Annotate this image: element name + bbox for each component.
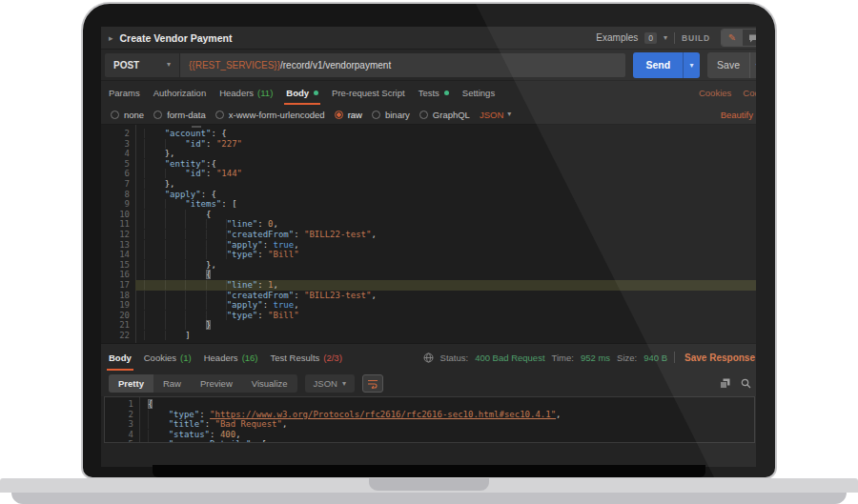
url-variable: {{REST_SERVICES}} (189, 60, 280, 71)
headers-count: (16) (242, 353, 258, 363)
wrap-text-button[interactable] (362, 374, 383, 393)
line-number: 8 (101, 190, 135, 200)
body-type-form-data[interactable]: form-data (153, 110, 206, 120)
code-line[interactable]: 5 "o:errorDetails": [ (105, 439, 754, 443)
code-line[interactable]: 1{ (105, 399, 754, 410)
response-tabs-bar: Body Cookies(1) Headers(16) Test Results… (101, 343, 756, 371)
code-line[interactable]: 8 "apply": { (101, 190, 756, 200)
code-line[interactable]: 10 { (101, 210, 756, 220)
edit-pencil-button[interactable]: ✎ (722, 30, 743, 46)
code-line[interactable]: 7 }, (101, 179, 756, 190)
tab-label: Body (109, 353, 132, 363)
pencil-icon: ✎ (728, 33, 736, 43)
size-value: 940 B (644, 353, 667, 363)
method-select[interactable]: POST ▾ (105, 53, 179, 77)
response-tab-test-results[interactable]: Test Results(2/3) (271, 344, 342, 371)
request-title: Create Vendor Payment (120, 32, 233, 44)
response-tab-headers[interactable]: Headers(16) (204, 344, 258, 371)
code-line[interactable]: 14 "type": "Bill" (101, 250, 756, 260)
tab-tests[interactable]: Tests (419, 81, 449, 105)
url-input[interactable]: {{REST_SERVICES}}/record/v1/vendorpaymen… (180, 53, 625, 77)
size-label: Size: (617, 353, 637, 363)
view-pretty[interactable]: Pretty (109, 374, 153, 393)
comment-button[interactable] (743, 30, 756, 46)
tab-headers[interactable]: Headers(11) (219, 81, 273, 105)
send-button[interactable]: Send ▾ (633, 52, 700, 78)
view-preview[interactable]: Preview (191, 374, 242, 393)
collapse-caret-icon[interactable]: ▸ (109, 33, 113, 43)
save-button[interactable]: Save ▾ (707, 52, 756, 78)
code-line[interactable]: 4 }, (101, 149, 756, 159)
code-line[interactable]: 12 "createdFrom": "BILL22-test", (101, 230, 756, 240)
body-type-none[interactable]: none (111, 110, 144, 120)
laptop-lid: ▸ Create Vendor Payment Examples 0 ▾ BUI… (81, 2, 777, 479)
code-line[interactable]: 3 "title": "Bad Request", (105, 419, 754, 430)
response-tab-body[interactable]: Body (109, 344, 132, 371)
line-number: 22 (101, 331, 135, 341)
code-line[interactable]: 6 "id": "144" (101, 169, 756, 179)
beautify-link[interactable]: Beautify (721, 110, 753, 120)
view-raw[interactable]: Raw (153, 374, 191, 393)
copy-icon[interactable] (720, 378, 730, 389)
network-icon (423, 353, 434, 363)
code-line[interactable]: 19 "apply": true, (101, 300, 756, 311)
search-icon[interactable] (741, 378, 751, 389)
code-line[interactable]: 18 "createdFrom": "BILL23-test", (101, 291, 756, 301)
code-line[interactable]: 4 "status": 400, (105, 430, 754, 440)
wrap-text-icon (367, 378, 378, 389)
body-type-graphql[interactable]: GraphQL (419, 110, 470, 120)
code-line[interactable]: 13 "apply": true, (101, 240, 756, 251)
code-line[interactable]: 5 "entity":{ (101, 159, 756, 170)
response-tab-cookies[interactable]: Cookies(1) (144, 344, 192, 371)
line-number: 4 (105, 430, 139, 440)
chevron-down-icon[interactable]: ▾ (664, 34, 667, 42)
tab-settings[interactable]: Settings (462, 81, 495, 105)
tab-pre-request-script[interactable]: Pre-request Script (332, 81, 405, 105)
code-link[interactable]: Code (743, 88, 756, 98)
code-line[interactable]: 21 } (101, 320, 756, 331)
body-type-urlencoded[interactable]: x-www-form-urlencoded (215, 110, 325, 120)
request-url-bar: POST ▾ {{REST_SERVICES}}/record/v1/vendo… (101, 50, 756, 81)
request-header-bar: ▸ Create Vendor Payment Examples 0 ▾ BUI… (101, 27, 756, 50)
comment-icon (748, 33, 757, 43)
save-label: Save (707, 59, 749, 71)
examples-label[interactable]: Examples (596, 32, 638, 43)
code-line[interactable]: 2 "type": "https://www.w3.org/Protocols/… (105, 410, 754, 420)
cookies-link[interactable]: Cookies (699, 88, 731, 98)
tab-label: Authorization (153, 88, 206, 98)
chevron-down-icon: ▾ (167, 61, 171, 69)
code-line[interactable]: 20 "type": "Bill" (101, 311, 756, 321)
code-line[interactable]: 16 { (101, 270, 756, 280)
send-options-caret[interactable]: ▾ (683, 52, 700, 78)
send-label: Send (633, 59, 683, 71)
body-type-binary[interactable]: binary (372, 110, 410, 120)
code-line[interactable]: 2 "account": { (101, 129, 756, 139)
green-dot-icon (444, 91, 449, 95)
code-line[interactable]: 11 "line": 0, (101, 219, 756, 230)
save-response-button[interactable]: Save Response (684, 353, 755, 363)
response-code-lines: 1{2 "type": "https://www.w3.org/Protocol… (105, 397, 754, 443)
tab-authorization[interactable]: Authorization (153, 81, 206, 105)
request-body-editor[interactable]: 2 "account": {3 "id": "227"4 },5 "entity… (101, 125, 756, 343)
save-options-caret[interactable]: ▾ (749, 52, 756, 78)
examples-count-badge: 0 (644, 32, 657, 44)
tab-params[interactable]: Params (109, 81, 140, 105)
radio-icon (372, 111, 380, 119)
tab-body[interactable]: Body (286, 81, 318, 105)
language-label: JSON (314, 378, 337, 389)
response-language-select[interactable]: JSON ▾ (305, 374, 355, 393)
code-line[interactable]: 17 "line": 1, (101, 280, 756, 291)
code-line[interactable]: 22 ] (101, 331, 756, 341)
line-number: 7 (101, 179, 135, 190)
language-select[interactable]: JSON ▾ (480, 110, 511, 120)
response-body-editor[interactable]: 1{2 "type": "https://www.w3.org/Protocol… (104, 396, 755, 443)
line-number: 5 (105, 439, 139, 443)
view-visualize[interactable]: Visualize (242, 374, 297, 393)
body-type-raw[interactable]: raw (335, 110, 362, 120)
code-line[interactable]: 15 }, (101, 260, 756, 271)
radio-icon (111, 111, 119, 119)
code-line[interactable]: 9 "items": [ (101, 199, 756, 210)
code-line[interactable]: 3 "id": "227" (101, 139, 756, 150)
divider (674, 352, 675, 363)
line-number: 17 (101, 280, 135, 291)
